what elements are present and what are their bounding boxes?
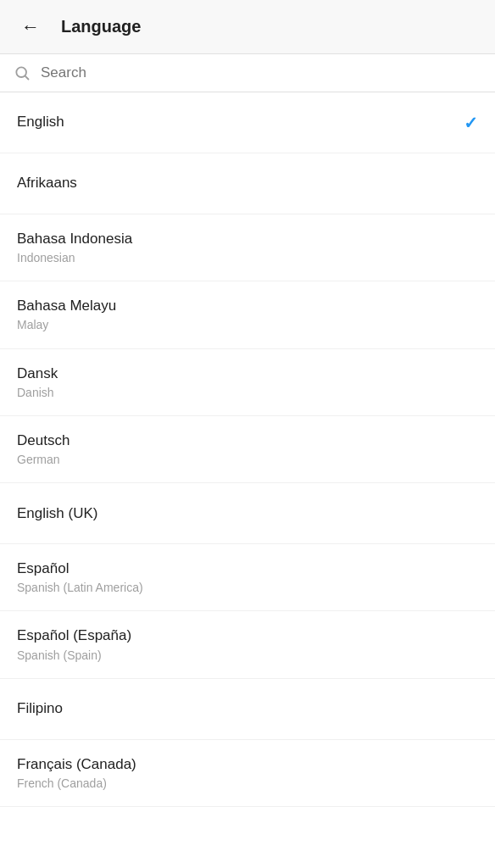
app-header: ← Language [0, 0, 495, 54]
language-subtitle: Danish [17, 385, 478, 400]
language-name: Filipino [17, 699, 478, 718]
svg-line-1 [25, 76, 29, 80]
search-icon [14, 64, 31, 81]
language-subtitle: Spanish (Latin America) [17, 580, 478, 595]
list-item[interactable]: Afrikaans [0, 153, 495, 214]
language-name: Bahasa Melayu [17, 297, 478, 315]
language-subtitle: French (Canada) [17, 776, 478, 791]
language-list: English✓AfrikaansBahasa IndonesiaIndones… [0, 92, 495, 807]
language-subtitle: Malay [17, 317, 478, 332]
language-content: DanskDanish [17, 364, 478, 400]
page-title: Language [61, 17, 141, 36]
list-item[interactable]: Bahasa IndonesiaIndonesian [0, 214, 495, 281]
language-name: Français (Canada) [17, 755, 478, 774]
language-name: Español (España) [17, 626, 478, 645]
language-content: EspañolSpanish (Latin America) [17, 559, 478, 595]
list-item[interactable]: Bahasa MelayuMalay [0, 281, 495, 348]
language-content: Bahasa IndonesiaIndonesian [17, 230, 478, 265]
language-name: English (UK) [17, 504, 478, 523]
language-name: Deutsch [17, 431, 478, 450]
language-content: Français (Canada)French (Canada) [17, 755, 478, 791]
language-content: Bahasa MelayuMalay [17, 297, 478, 332]
list-item[interactable]: DanskDanish [0, 349, 495, 416]
list-item[interactable]: Filipino [0, 679, 495, 740]
language-content: Filipino [17, 699, 478, 718]
language-name: Afrikaans [17, 174, 478, 192]
list-item[interactable]: DeutschGerman [0, 416, 495, 483]
back-icon: ← [21, 16, 40, 38]
language-content: English (UK) [17, 504, 478, 523]
language-content: English [17, 113, 453, 131]
search-bar [0, 54, 495, 92]
list-item[interactable]: English (UK) [0, 483, 495, 544]
language-subtitle: German [17, 452, 478, 467]
language-subtitle: Indonesian [17, 250, 478, 265]
language-name: Dansk [17, 364, 478, 383]
list-item[interactable]: Español (España)Spanish (Spain) [0, 611, 495, 678]
language-content: Español (España)Spanish (Spain) [17, 626, 478, 662]
language-content: DeutschGerman [17, 431, 478, 467]
list-item[interactable]: English✓ [0, 92, 495, 153]
search-input[interactable] [41, 64, 481, 81]
back-button[interactable]: ← [14, 10, 47, 44]
list-item[interactable]: EspañolSpanish (Latin America) [0, 544, 495, 611]
language-name: English [17, 113, 453, 131]
language-name: Español [17, 559, 478, 578]
language-name: Bahasa Indonesia [17, 230, 478, 248]
language-content: Afrikaans [17, 174, 478, 192]
list-item[interactable]: Français (Canada)French (Canada) [0, 740, 495, 807]
language-subtitle: Spanish (Spain) [17, 648, 478, 663]
selected-checkmark-icon: ✓ [464, 113, 478, 133]
